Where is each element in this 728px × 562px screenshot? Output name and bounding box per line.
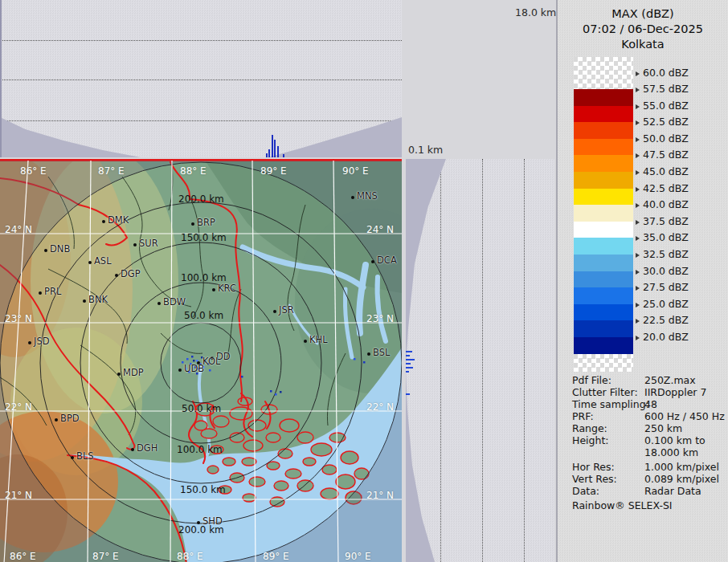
echo-row: [406, 393, 410, 395]
dbz-scale-label: 50.0 dBZ: [636, 134, 689, 144]
dbz-swatch: [574, 89, 633, 106]
scale-tick-icon: [636, 104, 640, 109]
metadata-label: Vert Res:: [572, 473, 617, 485]
height-gridline: [0, 79, 402, 80]
top-projection-panel[interactable]: [0, 0, 402, 157]
dbz-swatch: [574, 222, 633, 238]
nodata-swatch-top: [574, 57, 633, 89]
dbz-scale-label: 20.0 dBZ: [636, 332, 689, 342]
metadata-value: 600 Hz / 450 Hz: [644, 410, 725, 422]
right-projection-panel[interactable]: [406, 159, 554, 562]
metadata-value: Radar Data: [644, 485, 701, 497]
metadata-value: 0.089 km/pixel: [644, 473, 719, 485]
metadata-label: Hor Res:: [572, 461, 615, 473]
product-title: MAX (dBZ): [558, 6, 728, 22]
city-dot: [28, 341, 31, 344]
city-code-label: MNS: [357, 190, 378, 202]
dbz-scale-label: 57.5 dBZ: [636, 84, 689, 94]
scale-tick-icon: [636, 88, 640, 92]
echo-column: [266, 153, 268, 157]
dbz-scale-label: 55.0 dBZ: [636, 101, 689, 111]
city-dot: [55, 418, 58, 422]
dbz-swatch: [574, 287, 633, 304]
blind-zone-wedge-right: [268, 117, 402, 157]
dbz-swatch: [574, 139, 633, 156]
range-ring-label: 200.0 km: [178, 193, 224, 205]
city-code-label: BLS: [76, 450, 94, 462]
metadata-row: Time sampling:48: [558, 398, 728, 410]
latitude-label: 24° N: [366, 224, 394, 235]
dbz-scale-label: 52.5 dBZ: [636, 117, 689, 127]
scale-tick-icon: [636, 303, 640, 307]
echo-row: [406, 351, 412, 352]
dbz-swatch: [574, 304, 633, 321]
dbz-swatch: [574, 106, 633, 123]
scale-tick-icon: [636, 187, 640, 192]
city-code-label: JSR: [279, 304, 294, 316]
software-brand: Rainbow® SELEX-SI: [572, 499, 673, 511]
dbz-scale-label: 35.0 dBZ: [636, 233, 689, 242]
city-dot: [115, 274, 118, 277]
city-dot: [178, 369, 182, 372]
dbz-swatch: [574, 320, 633, 337]
metadata-value: 0.100 km to: [644, 434, 706, 446]
city-code-label: SHD: [202, 515, 223, 527]
dbz-scale-label: 45.0 dBZ: [636, 167, 689, 177]
metadata-row: Data:Radar Data: [558, 485, 728, 497]
latitude-label: 24° N: [5, 224, 32, 235]
longitude-label: 86° E: [20, 165, 47, 177]
echo-row: [406, 363, 411, 364]
echo-column: [283, 154, 284, 157]
longitude-label: 88° E: [180, 165, 207, 177]
metadata-row: Clutter Filter:IIRDoppler 7: [558, 386, 728, 398]
range-ring-label: 150.0 km: [181, 232, 227, 243]
city-dot: [102, 220, 105, 223]
metadata-label: Clutter Filter:: [572, 386, 638, 398]
latitude-label: 22° N: [5, 401, 32, 413]
scale-tick-icon: [636, 319, 640, 324]
city-dot: [304, 340, 307, 343]
city-dot: [131, 448, 134, 451]
scale-tick-icon: [636, 270, 640, 275]
city-code-label: BNK: [88, 294, 108, 305]
metadata-value: 1.000 km/pixel: [644, 461, 719, 473]
longitude-label: 87° E: [92, 551, 119, 562]
city-code-label: BRP: [197, 217, 215, 228]
scale-tick-icon: [636, 120, 640, 125]
longitude-label: 87° E: [98, 165, 125, 177]
city-code-label: BPD: [60, 413, 80, 424]
city-dot: [367, 352, 370, 356]
latitude-label: 23° N: [5, 313, 32, 324]
height-gridline: [524, 159, 525, 562]
metadata-label: PRF:: [572, 410, 594, 422]
panel-edge: [0, 0, 2, 157]
metadata-value: 250Z.max: [644, 374, 696, 386]
dbz-swatch: [574, 172, 633, 189]
city-code-label: PRL: [44, 286, 61, 297]
echo-column: [277, 146, 279, 157]
legend-header: MAX (dBZ) 07:02 / 06-Dec-2025 Kolkata: [558, 6, 728, 52]
height-gridline: [440, 159, 441, 562]
dbz-scale-label: 22.5 dBZ: [636, 316, 689, 325]
metadata-row: Pdf File:250Z.max: [558, 374, 728, 386]
height-gridline: [0, 40, 402, 41]
city-dot: [273, 310, 276, 313]
longitude-label: 86° E: [10, 551, 36, 562]
city-code-label: DNB: [50, 243, 70, 255]
city-code-label: JSD: [34, 336, 50, 347]
metadata-label: Data:: [572, 485, 599, 497]
dbz-swatch: [574, 155, 633, 172]
city-code-label: UDB: [184, 363, 204, 374]
city-code-label: MDP: [123, 367, 144, 378]
city-dot: [197, 521, 200, 524]
radar-map-canvas[interactable]: 86° E87° E88° E89° E90° E86° E87° E88° E…: [0, 159, 402, 562]
dbz-swatch: [574, 337, 633, 354]
range-ring-label: 50.0 km: [182, 403, 221, 414]
station-name: Kolkata: [558, 37, 728, 52]
city-code-label: KHL: [309, 334, 328, 345]
dbz-scale-label: 27.5 dBZ: [636, 283, 689, 292]
city-dot: [157, 302, 161, 305]
metadata-row: Height:0.100 km to: [558, 434, 728, 446]
dbz-scale-label: 47.5 dBZ: [636, 150, 689, 160]
city-code-label: KRC: [218, 283, 236, 294]
